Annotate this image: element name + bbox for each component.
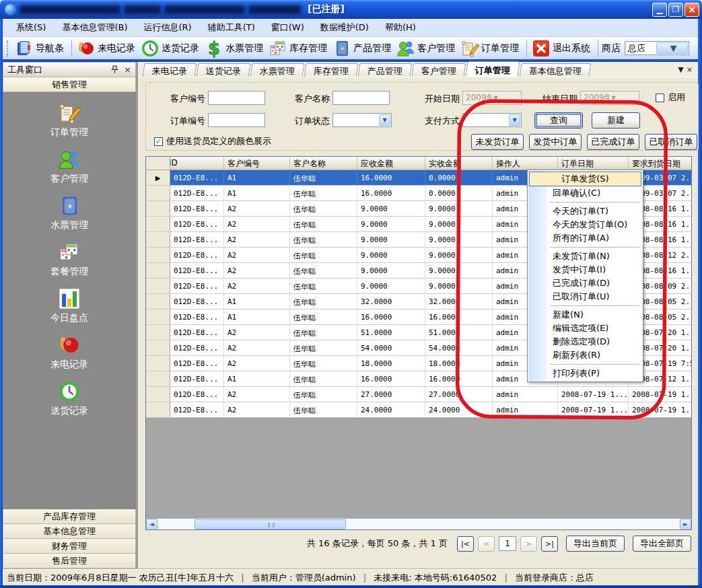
cell-receivable[interactable]: 16.0000 (357, 170, 425, 185)
unshipped-orders-button[interactable]: 未发货订单 (471, 134, 524, 150)
cell-id[interactable]: 012D-E8... (170, 387, 224, 402)
context-menu-item[interactable]: 打印列表(P) (528, 367, 642, 380)
cell-receivable[interactable]: 9.0000 (357, 263, 425, 278)
cell-customer-name[interactable]: 伍华聪 (290, 340, 357, 355)
row-selector[interactable] (146, 356, 170, 371)
scroll-left-icon[interactable]: ◄ (146, 519, 157, 530)
customer-name-input[interactable] (332, 91, 390, 105)
tab-3[interactable]: 库存管理 (304, 63, 359, 77)
cell-id[interactable]: 012D-E8... (170, 232, 224, 247)
pin-icon[interactable] (111, 65, 118, 74)
tab-4[interactable]: 产品管理 (358, 63, 413, 77)
table-row[interactable]: 012D-E8...A2伍华聪27.000027.0000admin2008-0… (146, 387, 691, 402)
toolbar-item-delivery-log[interactable]: 送货记录 (139, 38, 203, 59)
cell-received[interactable]: 54.0000 (425, 340, 493, 355)
scrollbar-track[interactable] (157, 519, 680, 530)
tab-dropdown-icon[interactable]: ▼ (678, 65, 683, 74)
column-header-5[interactable]: 操作人 (493, 157, 558, 170)
context-menu-item[interactable]: 订单发货(S) (529, 172, 641, 186)
sidebar-section-2[interactable]: 财务管理 (3, 539, 136, 554)
sidebar-item-today-check[interactable]: 今日盘点 (50, 287, 88, 324)
cell-received[interactable]: 9.0000 (425, 201, 493, 216)
tab-close-icon[interactable]: × (687, 65, 693, 74)
row-selector[interactable] (146, 248, 170, 262)
cell-received[interactable]: 32.0000 (425, 294, 493, 309)
cell-receivable[interactable]: 9.0000 (357, 279, 425, 293)
cell-customer-no[interactable]: A2 (224, 248, 290, 262)
cell-customer-name[interactable]: 伍华聪 (290, 232, 357, 247)
context-menu-item[interactable]: 所有的订单(A) (528, 231, 642, 245)
row-selector[interactable] (146, 340, 170, 355)
context-menu-item[interactable]: 已完成订单(D) (528, 277, 642, 290)
sidebar-section-3[interactable]: 售后管理 (3, 554, 136, 568)
row-selector[interactable] (146, 325, 170, 340)
prev-page-button[interactable]: < (478, 536, 495, 552)
column-header-2[interactable]: 客户名称 (290, 157, 357, 170)
cell-customer-name[interactable]: 伍华聪 (290, 309, 357, 324)
context-menu-item[interactable]: 今天的订单(T) (528, 205, 642, 218)
order-no-input[interactable] (208, 113, 265, 127)
context-menu-item[interactable]: 未发货订单(N) (528, 250, 642, 263)
cell-received[interactable]: 0.0000 (425, 186, 493, 200)
shop-combobox[interactable]: 总店 ▼ (625, 41, 689, 55)
cell-customer-no[interactable]: A2 (224, 279, 290, 293)
column-header-7[interactable]: 要求到货日期 (629, 157, 692, 170)
toolbar-item-inventory[interactable]: 库存管理 (267, 38, 331, 59)
context-menu-item[interactable]: 已取消订单(U) (528, 290, 642, 303)
cell-customer-name[interactable]: 伍华聪 (290, 263, 357, 278)
cell-id[interactable]: 012D-E8... (170, 325, 224, 340)
cell-receivable[interactable]: 54.0000 (357, 340, 425, 355)
cell-id[interactable]: 012D-E8... (170, 263, 224, 278)
toolbar-item-water-ticket[interactable]: $ 水票管理 (203, 38, 267, 59)
sidebar-section-sales[interactable]: 销售管理 (3, 77, 136, 92)
menu-item[interactable]: 帮助(H) (377, 19, 424, 36)
column-header-6[interactable]: 订单日期 (558, 157, 629, 170)
cell-customer-no[interactable]: A2 (224, 201, 290, 216)
cell-receivable[interactable]: 9.0000 (357, 248, 425, 262)
cell-received[interactable]: 16.0000 (425, 371, 493, 386)
tool-window-close-icon[interactable]: × (124, 65, 131, 75)
end-date-picker[interactable]: 2009年 6月 8日 ▼ (580, 91, 639, 105)
row-selector[interactable] (146, 186, 170, 200)
cell-operator[interactable]: admin (493, 387, 558, 402)
column-header-4[interactable]: 实收金额 (425, 157, 493, 170)
close-button[interactable]: × (685, 3, 699, 17)
cell-id[interactable]: 012D-E8... (170, 248, 224, 262)
context-menu-item[interactable]: 回单确认(C) (528, 186, 642, 200)
start-date-picker[interactable]: 2009年 6月 8日 ▼ (462, 91, 522, 105)
sidebar-section-0[interactable]: 产品库存管理 (3, 509, 136, 524)
cell-customer-name[interactable]: 伍华聪 (290, 248, 357, 262)
column-header-0[interactable]: ID (170, 157, 224, 170)
cell-receivable[interactable]: 27.0000 (357, 387, 425, 402)
horizontal-scrollbar[interactable]: ◄ ► (146, 518, 691, 529)
cell-received[interactable]: 9.0000 (425, 263, 493, 278)
customer-no-input[interactable] (208, 91, 265, 105)
checkbox-check-icon[interactable]: ✓ (154, 137, 163, 146)
sidebar-item-package-mgmt[interactable]: 套餐管理 (50, 241, 88, 278)
cell-customer-name[interactable]: 伍华聪 (290, 371, 357, 386)
toolbar-item-customer[interactable]: 客户管理 (395, 38, 459, 59)
table-row[interactable]: 012D-E8...A2伍华聪24.000024.0000admin2008-0… (146, 402, 691, 418)
row-selector[interactable] (146, 387, 170, 402)
order-status-combobox[interactable]: ▼ (332, 113, 392, 127)
cell-receivable[interactable]: 18.0000 (357, 356, 425, 371)
cell-received[interactable]: 51.0000 (425, 325, 493, 340)
tab-6[interactable]: 订单管理 (465, 61, 520, 77)
cell-customer-no[interactable]: A2 (224, 356, 290, 371)
cell-id[interactable]: 012D-E8... (170, 201, 224, 216)
cancelled-orders-button[interactable]: 已取消订单 (645, 134, 697, 150)
cell-received[interactable]: 0.0000 (425, 170, 493, 185)
export-all-pages-button[interactable]: 导出全部页 (633, 536, 691, 552)
cell-customer-no[interactable]: A1 (224, 294, 290, 309)
enable-checkbox[interactable]: 启用 (656, 91, 685, 104)
cell-id[interactable]: 012D-E8... (170, 294, 224, 309)
row-selector[interactable] (146, 217, 170, 231)
cell-operator[interactable]: admin (493, 402, 558, 417)
sidebar-item-order-mgmt[interactable]: 订单管理 (50, 102, 88, 139)
row-selector[interactable] (146, 232, 170, 247)
cell-customer-no[interactable]: A1 (224, 309, 290, 324)
sidebar-section-1[interactable]: 基本信息管理 (3, 524, 136, 539)
column-header-1[interactable]: 客户编号 (224, 157, 290, 170)
context-menu-item[interactable]: 今天的发货订单(O) (528, 218, 642, 231)
row-selector[interactable] (146, 263, 170, 278)
